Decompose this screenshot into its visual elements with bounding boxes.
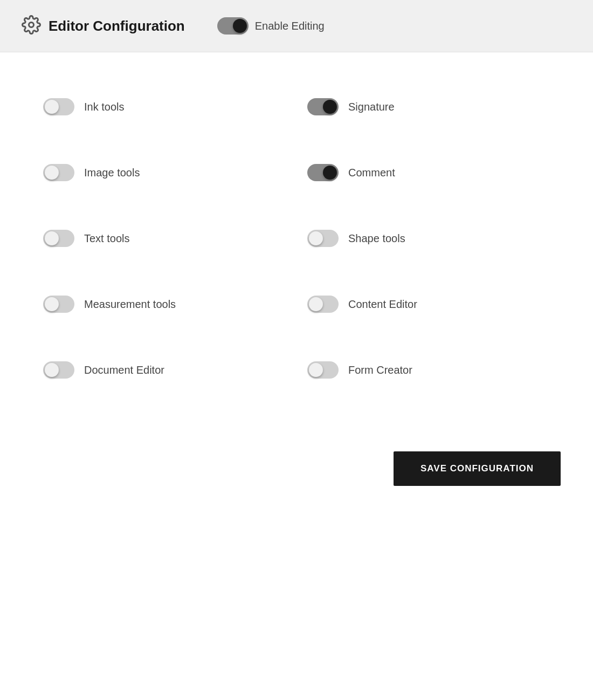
save-configuration-button[interactable]: SAVE CONFIGURATION <box>394 451 561 486</box>
ink-tools-toggle[interactable] <box>43 98 74 115</box>
page-title: Editor Configuration <box>49 18 185 35</box>
shape-tools-toggle[interactable] <box>307 230 339 247</box>
gear-icon <box>22 15 41 37</box>
toggle-item-form-creator: Form Creator <box>296 337 561 403</box>
image-tools-label: Image tools <box>84 167 140 179</box>
measurement-tools-toggle[interactable] <box>43 296 74 313</box>
text-tools-toggle[interactable] <box>43 230 74 247</box>
document-editor-label: Document Editor <box>84 364 164 376</box>
signature-toggle[interactable] <box>307 98 339 115</box>
document-editor-toggle[interactable] <box>43 361 74 379</box>
header-left: Editor Configuration <box>22 15 185 37</box>
toggle-item-content-editor: Content Editor <box>296 271 561 337</box>
toggle-item-comment: Comment <box>296 140 561 205</box>
enable-editing-toggle[interactable] <box>217 17 249 35</box>
text-tools-label: Text tools <box>84 232 129 245</box>
toggle-item-signature: Signature <box>296 74 561 140</box>
editor-config-header: Editor Configuration Enable Editing <box>0 0 593 52</box>
toggles-grid: Ink tools Signature Image tools <box>32 74 561 403</box>
signature-label: Signature <box>348 101 395 113</box>
content-editor-toggle[interactable] <box>307 296 339 313</box>
form-creator-label: Form Creator <box>348 364 412 376</box>
toggle-item-document-editor: Document Editor <box>32 337 296 403</box>
form-creator-toggle[interactable] <box>307 361 339 379</box>
enable-editing-group: Enable Editing <box>217 17 325 35</box>
comment-label: Comment <box>348 167 395 179</box>
enable-editing-label: Enable Editing <box>255 20 325 32</box>
image-tools-toggle[interactable] <box>43 164 74 181</box>
toggle-item-ink-tools: Ink tools <box>32 74 296 140</box>
svg-point-0 <box>29 23 34 28</box>
toggle-item-measurement-tools: Measurement tools <box>32 271 296 337</box>
shape-tools-label: Shape tools <box>348 232 405 245</box>
toggle-item-image-tools: Image tools <box>32 140 296 205</box>
footer: SAVE CONFIGURATION <box>0 435 593 507</box>
main-content: Ink tools Signature Image tools <box>0 52 593 435</box>
ink-tools-label: Ink tools <box>84 101 124 113</box>
comment-toggle[interactable] <box>307 164 339 181</box>
measurement-tools-label: Measurement tools <box>84 298 176 311</box>
toggle-item-text-tools: Text tools <box>32 205 296 271</box>
content-editor-label: Content Editor <box>348 298 417 311</box>
toggle-item-shape-tools: Shape tools <box>296 205 561 271</box>
